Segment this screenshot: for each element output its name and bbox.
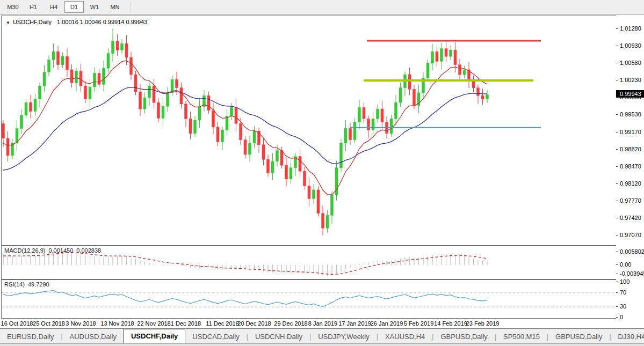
chart-title: ▼USDCHF,Daily1.00016 1.00046 0.99914 0.9… [6, 19, 147, 25]
rsi-name: RSI(14) [4, 281, 25, 288]
macd-label: MACD(12,26,9)0.0014500.002838 [4, 247, 104, 254]
macd-tick-label-dash [616, 274, 618, 274]
time-axis[interactable]: 16 Oct 201825 Oct 20183 Nov 201813 Nov 2… [1, 320, 616, 328]
macd-tick-label: 0.005802 [620, 248, 644, 255]
tab-usdcad-daily[interactable]: USDCAD,Daily [185, 330, 246, 343]
main-chart-pane[interactable]: ▼USDCHF,Daily1.00016 1.00046 0.99914 0.9… [1, 16, 617, 246]
price-tick-label-dash [616, 63, 618, 63]
date-axis-label: 20 Dec 2018 [237, 320, 271, 327]
timeframe-button-h1[interactable]: H1 [24, 1, 43, 13]
tab-eurusd-daily[interactable]: EURUSD,Daily [0, 330, 61, 343]
timeframe-button-m30[interactable]: M30 [3, 1, 23, 13]
date-axis-label: 23 Feb 2019 [466, 320, 500, 327]
rsi-tick-label: 70 [620, 289, 626, 296]
price-tick-label-dash [616, 183, 618, 184]
date-axis-label: 13 Nov 2018 [100, 320, 134, 327]
macd-tick-label: -0.003945 [620, 270, 644, 277]
chart-tabs-bar: EURUSD,Daily|AUDUSD,DailyUSDCHF,DailyUSD… [0, 328, 644, 343]
price-tick-label: 1.00580 [620, 60, 641, 66]
date-axis-label: 3 Nov 2018 [66, 320, 96, 327]
tab-sp500-m15[interactable]: SP500,M15 [496, 330, 547, 343]
timeframe-button-mn[interactable]: MN [105, 1, 125, 13]
candlestick-chart[interactable] [2, 16, 616, 245]
price-tick-label-dash [616, 235, 618, 235]
price-tick-label-dash [616, 201, 618, 201]
price-tick-label-dash [616, 218, 618, 218]
macd-name: MACD(12,26,9) [4, 247, 45, 254]
macd-tick-label-dash [616, 264, 618, 265]
date-axis-label: 22 Nov 2018 [137, 320, 170, 327]
rsi-tick-label-dash [616, 306, 618, 307]
price-tick-label-dash [616, 28, 618, 29]
price-tick-label-dash [616, 166, 618, 167]
timeframe-button-w1[interactable]: W1 [85, 1, 104, 13]
date-axis-label: 5 Feb 2019 [404, 320, 434, 327]
tab-usdchf-daily[interactable]: USDCHF,Daily [124, 329, 185, 343]
rsi-tick-label-dash [616, 317, 618, 318]
rsi-tick-label: 100 [620, 278, 629, 285]
price-tick-label: 1.01280 [620, 25, 641, 32]
date-axis-label: 8 Jan 2019 [308, 320, 337, 327]
status-strip [0, 343, 644, 346]
date-axis-label: 25 Oct 2018 [33, 320, 65, 327]
price-tick-label: 0.98820 [620, 146, 641, 152]
chart-dropdown-icon[interactable]: ▼ [6, 20, 10, 25]
rsi-tick-label-dash [616, 292, 618, 293]
price-tick-label: 1.00930 [620, 42, 641, 49]
toolbar-separator [130, 2, 131, 12]
macd-signal-value: 0.002838 [76, 247, 101, 254]
date-axis-label: 26 Jan 2019 [371, 320, 403, 327]
price-tick-label: 0.99530 [620, 111, 641, 117]
price-tick-label: 0.98120 [620, 180, 641, 187]
price-tick-label-dash [616, 46, 618, 46]
price-scale[interactable]: 1.012801.009301.005801.002300.998800.995… [616, 15, 644, 328]
macd-main-value: 0.001450 [48, 247, 73, 254]
price-tick-label: 0.98470 [620, 163, 641, 170]
macd-tick-label: 0.00 [620, 261, 631, 268]
rsi-label: RSI(14)49.7290 [4, 281, 53, 288]
rsi-tick-label: 30 [620, 303, 626, 310]
macd-tick-label-dash [616, 252, 618, 252]
price-tick-label: 0.97770 [620, 197, 641, 204]
trading-terminal-window: M30H1H4D1W1MN ▼USDCHF,Daily1.00016 1.000… [0, 0, 644, 346]
tab-gbpusd-daily[interactable]: GBPUSD,Daily [433, 330, 494, 343]
rsi-indicator-chart[interactable] [2, 280, 616, 318]
date-axis-label: 14 Feb 2019 [434, 320, 467, 327]
chart-symbol-label: USDCHF,Daily [13, 19, 52, 25]
date-axis-label: 17 Jan 2019 [338, 320, 371, 327]
date-axis-label: 1 Dec 2018 [171, 320, 201, 327]
timeframe-toolbar: M30H1H4D1W1MN [0, 0, 644, 14]
timeframe-button-d1[interactable]: D1 [64, 1, 84, 13]
tab-usdjpy-weekly[interactable]: USDJPY,Weekly [311, 330, 377, 343]
price-tick-label: 1.00230 [620, 77, 641, 83]
tab-usdcnh-daily[interactable]: USDCNH,Daily [248, 330, 309, 343]
tab-audusd-daily[interactable]: AUDUSD,Daily [63, 330, 124, 343]
price-tick-label-dash [616, 149, 618, 150]
current-price-tag: 0.99943 [616, 90, 644, 98]
chart-ohlc-values: 1.00016 1.00046 0.99914 0.99943 [57, 19, 147, 25]
rsi-pane[interactable]: RSI(14)49.7290 [1, 279, 617, 319]
price-tick-label: 0.99170 [620, 129, 641, 135]
price-tick-label-dash [616, 132, 618, 132]
rsi-tick-label: 0 [620, 314, 623, 320]
date-axis-label: 11 Dec 2018 [206, 320, 239, 327]
date-axis-label: 16 Oct 2018 [1, 320, 33, 327]
timeframe-button-h4[interactable]: H4 [44, 1, 63, 13]
price-tick-label: 0.97070 [620, 232, 641, 238]
rsi-tick-label-dash [616, 282, 618, 282]
price-tick-label-dash [616, 114, 618, 115]
rsi-value: 49.7290 [28, 281, 49, 288]
macd-pane[interactable]: MACD(12,26,9)0.0014500.002838 [1, 246, 617, 279]
price-tick-label: 0.97420 [620, 215, 641, 221]
price-tick-label-dash [616, 80, 618, 80]
tab-xauusd-h4[interactable]: XAUUSD,H4 [378, 330, 432, 343]
tab-gbpusd-daily[interactable]: GBPUSD,Daily [548, 330, 609, 343]
date-axis-label: 29 Dec 2018 [274, 320, 307, 327]
tab-dj30-h4[interactable]: DJ30,H4 [611, 330, 644, 343]
chart-window[interactable]: ▼USDCHF,Daily1.00016 1.00046 0.99914 0.9… [0, 15, 644, 328]
